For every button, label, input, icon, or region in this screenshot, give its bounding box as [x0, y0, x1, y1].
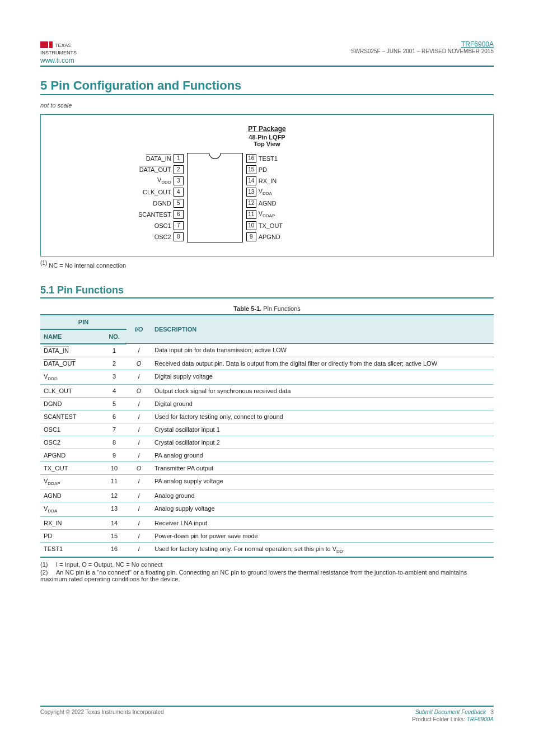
cell-desc: Digital ground [151, 397, 494, 410]
cell-name: DGND [40, 397, 102, 410]
pin-label: PD [259, 166, 267, 173]
pin-number: 9 [246, 232, 256, 241]
pin-right: 12AGND [246, 198, 277, 209]
pin-label: TEST1 [259, 155, 278, 162]
table-row: CLK_OUT4OOutput clock signal for synchro… [40, 384, 494, 397]
table-row: DATA_IN1IData input pin for data transmi… [40, 344, 494, 357]
table-row: TX_OUT10OTransmitter PA output [40, 461, 494, 474]
product-link[interactable]: TRF6900A [467, 716, 494, 722]
table-row: VDDAP11IPA analog supply voltage [40, 474, 494, 489]
th-io: I/O [127, 315, 151, 344]
pin-right: 9APGND [246, 231, 280, 242]
th-pin: PIN [40, 315, 127, 329]
cell-desc: PA analog supply voltage [151, 474, 494, 489]
pin-left: OSC28 [154, 231, 184, 242]
cell-io: I [127, 436, 151, 449]
pin-number: 7 [174, 221, 184, 230]
cell-io: I [127, 397, 151, 410]
pin-left: SCANTEST6 [138, 209, 184, 220]
cell-io: I [127, 530, 151, 543]
pin-label: VDDD [157, 176, 171, 185]
footer-rule [40, 706, 494, 707]
part-link[interactable]: TRF6900A [351, 40, 494, 48]
svg-rect-0 [40, 41, 48, 48]
table-row: APGND9IPA analog ground [40, 449, 494, 461]
pin-label: CLK_OUT [143, 189, 171, 195]
svg-text:TEXAS: TEXAS [55, 43, 71, 48]
pin-label: OSC1 [154, 222, 171, 229]
cell-desc: Received data output pin. Data is output… [151, 357, 494, 370]
table-row: DATA_OUT2OReceived data output pin. Data… [40, 357, 494, 370]
cell-name: OSC2 [40, 436, 102, 449]
pin-label: DATA_IN [146, 155, 171, 162]
cell-no: 5 [102, 397, 127, 410]
table-title: Table 5-1. Pin Functions [40, 305, 494, 312]
footer-rights: Product Folder Links: [412, 716, 465, 722]
table-row: PD15IPower-down pin for power save mode [40, 530, 494, 543]
pin-right: 15PD [246, 164, 267, 175]
pins-right: 16TEST115PD14RX_IN13VDDA12AGND11VDDAP10T… [246, 153, 283, 242]
cell-no: 9 [102, 449, 127, 461]
table-row: OSC28ICrystal oscillator input 2 [40, 436, 494, 449]
pin-left: DATA_IN1 [146, 153, 184, 164]
cell-io: O [127, 461, 151, 474]
figure-title: PT Package [51, 125, 483, 133]
page-number: 3 [490, 709, 494, 715]
pin-left: OSC17 [154, 220, 184, 231]
cell-no: 8 [102, 436, 127, 449]
cell-name: TX_OUT [40, 461, 102, 474]
pin-number: 13 [246, 188, 256, 197]
pin-label: DATA_OUT [139, 166, 171, 173]
table-footnotes: (1)I = Input, O = Output, NC = No connec… [40, 561, 494, 582]
cell-no: 7 [102, 423, 127, 436]
cell-desc: Crystal oscillator input 2 [151, 436, 494, 449]
cell-no: 6 [102, 410, 127, 423]
pin-number: 1 [174, 154, 184, 163]
cell-desc: Used for factory testing only. For norma… [151, 543, 494, 558]
header-right: TRF6900A SWRS025F – JUNE 2001 – REVISED … [351, 40, 494, 64]
pin-number: 15 [246, 165, 256, 174]
table-row: VDDA13IAnalog supply voltage [40, 502, 494, 517]
feedback-link[interactable]: Submit Document Feedback [415, 709, 486, 715]
table-row: DGND5IDigital ground [40, 397, 494, 410]
pin-number: 3 [174, 176, 184, 185]
pin-number: 8 [174, 232, 184, 241]
cell-io: I [127, 344, 151, 357]
cell-name: OSC1 [40, 423, 102, 436]
figure-box: PT Package 48-Pin LQFP Top View DATA_IN1… [40, 114, 494, 256]
cell-desc: Analog supply voltage [151, 502, 494, 517]
pin-number: 11 [246, 210, 256, 219]
header-url[interactable]: www.ti.com [40, 57, 74, 64]
rev-line: SWRS025F – JUNE 2001 – REVISED NOVEMBER … [351, 48, 494, 54]
footnote: (2)An NC pin is a "no connect" or a floa… [40, 569, 494, 582]
subsection-heading: 5.1 Pin Functions [40, 284, 494, 296]
cell-no: 1 [102, 344, 127, 357]
pin-label: TX_OUT [259, 222, 283, 229]
cell-name: TEST1 [40, 543, 102, 558]
cell-name: DATA_IN [40, 344, 102, 357]
pin-label: VDDA [259, 188, 272, 196]
th-no: NO. [102, 329, 127, 344]
cell-name: VDDA [40, 502, 102, 517]
pin-left: DGND5 [153, 198, 183, 209]
cell-io: I [127, 489, 151, 502]
header-rule [40, 66, 494, 67]
cell-io: I [127, 410, 151, 423]
cell-no: 11 [102, 474, 127, 489]
cell-name: CLK_OUT [40, 384, 102, 397]
cell-desc: Crystal oscillator input 1 [151, 423, 494, 436]
cell-no: 10 [102, 461, 127, 474]
cell-desc: Digital supply voltage [151, 370, 494, 384]
pin-label: OSC2 [154, 234, 171, 240]
figure-sub2: Top View [51, 141, 483, 147]
figure-sub1: 48-Pin LQFP [51, 134, 483, 141]
cell-desc: Transmitter PA output [151, 461, 494, 474]
pin-right: 13VDDA [246, 186, 272, 198]
cell-name: VDDAP [40, 474, 102, 489]
pin-right: 10TX_OUT [246, 220, 283, 231]
cell-desc: Data input pin for data transmission; ac… [151, 344, 494, 357]
pin-label: DGND [153, 200, 171, 207]
pin-number: 4 [174, 188, 184, 197]
logo-sub: INSTRUMENTS [40, 50, 77, 55]
cell-io: I [127, 517, 151, 530]
